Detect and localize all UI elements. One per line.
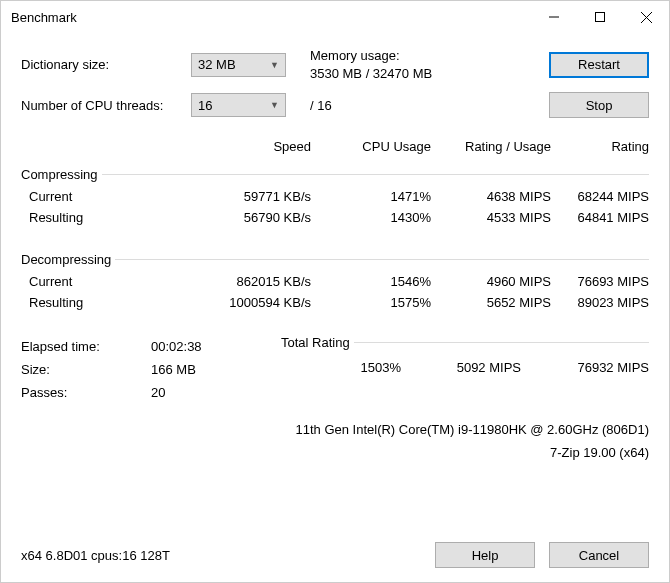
value-speed: 59771 KB/s [161, 189, 311, 204]
value-rating: 64841 MIPS [551, 210, 649, 225]
titlebar: Benchmark [1, 1, 669, 33]
compressing-title: Compressing [21, 167, 102, 182]
value-cpu: 1575% [311, 295, 431, 310]
dictionary-size-label: Dictionary size: [21, 57, 191, 72]
elapsed-label: Elapsed time: [21, 339, 151, 354]
compressing-current-row: Current 59771 KB/s 1471% 4638 MIPS 68244… [21, 186, 649, 207]
header-rating-usage: Rating / Usage [431, 139, 551, 154]
value-cpu: 1430% [311, 210, 431, 225]
row-label: Current [21, 274, 161, 289]
value-speed: 862015 KB/s [161, 274, 311, 289]
decompressing-current-row: Current 862015 KB/s 1546% 4960 MIPS 7669… [21, 271, 649, 292]
row-label: Current [21, 189, 161, 204]
chevron-down-icon: ▼ [270, 60, 279, 70]
elapsed-value: 00:02:38 [151, 339, 202, 354]
help-button-label: Help [472, 548, 499, 563]
total-cpu: 1503% [281, 360, 401, 375]
restart-button-label: Restart [578, 57, 620, 72]
summary-left: Elapsed time: 00:02:38 Size: 166 MB Pass… [21, 335, 261, 404]
dictionary-size-value: 32 MB [198, 57, 236, 72]
minimize-button[interactable] [531, 1, 577, 33]
value-rup: 4638 MIPS [431, 189, 551, 204]
header-rating: Rating [551, 139, 649, 154]
value-rup: 4533 MIPS [431, 210, 551, 225]
passes-value: 20 [151, 385, 165, 400]
value-rating: 89023 MIPS [551, 295, 649, 310]
restart-button[interactable]: Restart [549, 52, 649, 78]
threads-value: 16 [198, 98, 212, 113]
memory-usage-label: Memory usage: [310, 47, 432, 65]
memory-usage-block: Memory usage: 3530 MB / 32470 MB [310, 47, 432, 82]
column-headers: Speed CPU Usage Rating / Usage Rating [21, 136, 649, 157]
cancel-button[interactable]: Cancel [549, 542, 649, 568]
cancel-button-label: Cancel [579, 548, 619, 563]
threads-label: Number of CPU threads: [21, 98, 191, 113]
chevron-down-icon: ▼ [270, 100, 279, 110]
value-rating: 68244 MIPS [551, 189, 649, 204]
stop-button[interactable]: Stop [549, 92, 649, 118]
threads-suffix: / 16 [310, 98, 332, 113]
passes-label: Passes: [21, 385, 151, 400]
row-label: Resulting [21, 295, 161, 310]
value-rup: 5652 MIPS [431, 295, 551, 310]
size-value: 166 MB [151, 362, 196, 377]
value-cpu: 1471% [311, 189, 431, 204]
value-rup: 4960 MIPS [431, 274, 551, 289]
compressing-resulting-row: Resulting 56790 KB/s 1430% 4533 MIPS 648… [21, 207, 649, 228]
threads-select[interactable]: 16 ▼ [191, 93, 286, 117]
svg-rect-1 [596, 13, 605, 22]
header-cpu-usage: CPU Usage [311, 139, 431, 154]
decompressing-resulting-row: Resulting 1000594 KB/s 1575% 5652 MIPS 8… [21, 292, 649, 313]
value-cpu: 1546% [311, 274, 431, 289]
total-rating-title: Total Rating [281, 335, 354, 350]
total-rup: 5092 MIPS [401, 360, 521, 375]
total-rating: 76932 MIPS [521, 360, 649, 375]
decompressing-title: Decompressing [21, 252, 115, 267]
memory-usage-value: 3530 MB / 32470 MB [310, 65, 432, 83]
help-button[interactable]: Help [435, 542, 535, 568]
stop-button-label: Stop [586, 98, 613, 113]
close-button[interactable] [623, 1, 669, 33]
cpu-info: 11th Gen Intel(R) Core(TM) i9-11980HK @ … [21, 422, 649, 437]
header-speed: Speed [161, 139, 311, 154]
total-rating-group: Total Rating 1503% 5092 MIPS 76932 MIPS [281, 335, 649, 377]
size-label: Size: [21, 362, 151, 377]
build-info: x64 6.8D01 cpus:16 128T [21, 548, 435, 563]
window-title: Benchmark [11, 10, 531, 25]
decompressing-group: Decompressing Current 862015 KB/s 1546% … [21, 252, 649, 321]
value-rating: 76693 MIPS [551, 274, 649, 289]
dictionary-size-select[interactable]: 32 MB ▼ [191, 53, 286, 77]
app-version: 7-Zip 19.00 (x64) [21, 445, 649, 460]
value-speed: 1000594 KB/s [161, 295, 311, 310]
maximize-button[interactable] [577, 1, 623, 33]
value-speed: 56790 KB/s [161, 210, 311, 225]
row-label: Resulting [21, 210, 161, 225]
compressing-group: Compressing Current 59771 KB/s 1471% 463… [21, 167, 649, 236]
